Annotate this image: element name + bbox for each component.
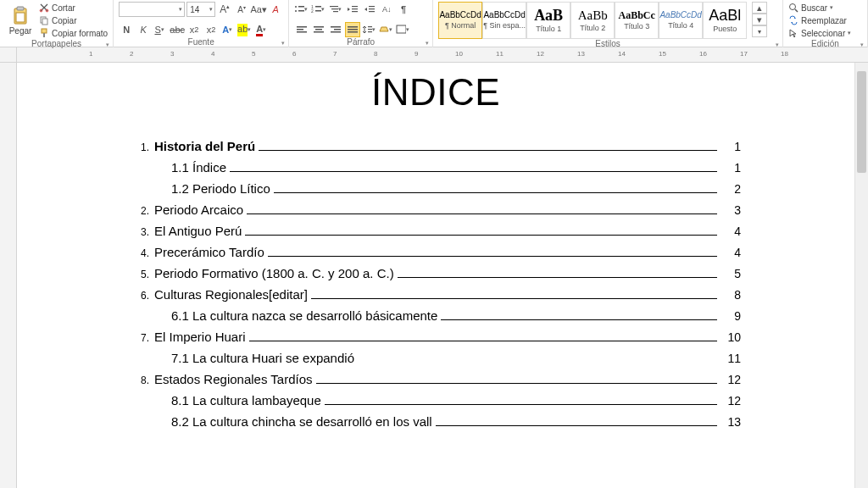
grow-font-button[interactable]: A▴ [217,2,232,17]
group-paragraph: ▾ 12▾ ▾ A↓ ¶ ▾ ▾ ▾ Párrafo [289,0,433,47]
svg-rect-12 [298,10,304,12]
style-t-tulo-4[interactable]: AaBbCcDdTítulo 4 [659,2,703,39]
align-right-button[interactable] [328,22,343,37]
toc-entry: 1.1 Índice1 [131,160,741,175]
toc-entry: 8.Estados Regionales Tardíos12 [131,372,741,386]
italic-button[interactable]: K [136,22,151,37]
underline-button[interactable]: S▾ [153,22,168,37]
group-styles: AaBbCcDd¶ NormalAaBbCcDd¶ Sin espa...AaB… [433,0,783,47]
svg-rect-8 [43,33,45,37]
borders-icon [396,25,406,35]
subscript-button[interactable]: x2 [186,22,202,37]
document-title: ÍNDICE [131,71,741,114]
outdent-button[interactable] [345,2,360,17]
find-button[interactable]: Buscar▾ [788,2,853,14]
page[interactable]: ÍNDICE 1.Historia del Perú11.1 Índice11.… [63,63,809,488]
paste-button[interactable]: Pegar [5,2,36,39]
svg-rect-10 [298,6,304,8]
toc-entry: 8.1 La cultura lambayeque12 [131,393,741,408]
bullets-button[interactable]: ▾ [294,2,309,17]
select-button[interactable]: Seleccionar▾ [788,27,853,39]
scroll-thumb[interactable] [857,71,866,173]
group-editing: Buscar▾ Reemplazar Seleccionar▾ Edición [783,0,868,47]
copy-button[interactable]: Copiar [39,14,108,26]
outdent-icon [347,4,359,14]
toc-entry: 7.1 La cultura Huari se expandió11 [131,351,741,365]
search-icon [788,3,798,13]
multilevel-icon [328,4,338,14]
toc-entry: 2.Periodo Arcaico3 [131,202,741,217]
toc-entry: 7.El Imperio Huari10 [131,330,741,344]
text-effects-button[interactable]: A▾ [220,22,236,37]
numbering-button[interactable]: 12▾ [311,2,326,17]
styles-scroll-up[interactable]: ▴ [752,2,767,14]
svg-rect-17 [330,6,338,7]
bold-button[interactable]: N [119,22,134,37]
font-color-button[interactable]: A▾ [254,22,270,37]
svg-point-9 [295,6,297,8]
replace-button[interactable]: Reemplazar [788,14,853,26]
svg-rect-1 [17,7,24,10]
align-center-button[interactable] [311,22,326,37]
multilevel-button[interactable]: ▾ [328,2,343,17]
justify-button[interactable] [345,22,360,37]
borders-button[interactable]: ▾ [396,22,411,37]
cursor-icon [788,28,798,38]
vertical-ruler[interactable] [0,63,17,488]
group-clipboard: Pegar Cortar Copiar Copiar formato Porta… [0,0,114,47]
page-holder: ÍNDICE 1.Historia del Perú11.1 Índice11.… [17,63,854,488]
clear-format-button[interactable]: A [268,2,283,17]
highlight-button[interactable]: ab▾ [237,22,253,37]
line-spacing-button[interactable]: ▾ [362,22,377,37]
indent-button[interactable] [362,2,377,17]
font-size-combo[interactable]: 14▾ [186,2,215,17]
style-puesto[interactable]: AaBlPuesto [703,2,747,39]
svg-point-42 [790,4,796,10]
toc-entry: 5.Periodo Formativo (1800 a. C. y 200 a.… [131,266,741,280]
svg-rect-6 [42,19,47,25]
strike-button[interactable]: abc [170,22,185,37]
svg-text:2: 2 [311,8,314,14]
toc-entry: 8.2 La cultura chincha se desarrolló en … [131,414,741,429]
line-spacing-icon [362,25,372,35]
svg-rect-31 [314,31,324,33]
group-font: ▾ 14▾ A▴ A▾ Aa▾ A N K S▾ abc x2 x2 A▾ ab… [114,0,289,47]
svg-rect-35 [348,26,358,28]
svg-rect-36 [348,29,358,30]
styles-scroll-down[interactable]: ▾ [752,14,767,25]
svg-rect-14 [315,6,321,8]
sort-button[interactable]: A↓ [379,2,394,17]
styles-gallery: AaBbCcDd¶ NormalAaBbCcDd¶ Sin espa...AaB… [438,2,747,39]
toc-entry: 4.Precerámico Tardío4 [131,245,741,259]
svg-rect-34 [331,31,341,33]
cut-button[interactable]: Cortar [39,2,108,14]
superscript-button[interactable]: x2 [203,22,219,37]
style---sin-espa---[interactable]: AaBbCcDd¶ Sin espa... [482,2,526,39]
vertical-scrollbar[interactable] [854,63,868,488]
group-label-paragraph: Párrafo [294,37,427,47]
shrink-font-button[interactable]: A▾ [234,2,249,17]
style-t-tulo-2[interactable]: AaBbTítulo 2 [570,2,615,39]
bucket-icon [379,25,389,35]
svg-rect-28 [297,31,307,33]
table-of-contents: 1.Historia del Perú11.1 Índice11.2 Perio… [131,139,741,429]
show-marks-button[interactable]: ¶ [396,2,411,17]
svg-rect-18 [331,8,338,9]
align-left-button[interactable] [294,22,309,37]
replace-icon [788,15,798,25]
style-t-tulo-1[interactable]: AaBTítulo 1 [526,2,570,39]
indent-icon [364,4,376,14]
chevron-down-icon: ▾ [179,6,184,13]
svg-rect-24 [369,8,375,9]
styles-more[interactable]: ▾ [752,25,767,37]
justify-icon [347,25,359,35]
format-painter-button[interactable]: Copiar formato [39,27,108,39]
style---normal[interactable]: AaBbCcDd¶ Normal [438,2,482,39]
font-name-combo[interactable]: ▾ [119,2,185,17]
shading-button[interactable]: ▾ [379,22,394,37]
chevron-down-icon: ▾ [209,6,214,13]
change-case-button[interactable]: Aa▾ [251,2,266,17]
style-t-tulo-3[interactable]: AaBbCcTítulo 3 [615,2,659,39]
horizontal-ruler[interactable]: 123456789101112131415161718 [17,47,868,62]
clipboard-icon [10,6,31,26]
